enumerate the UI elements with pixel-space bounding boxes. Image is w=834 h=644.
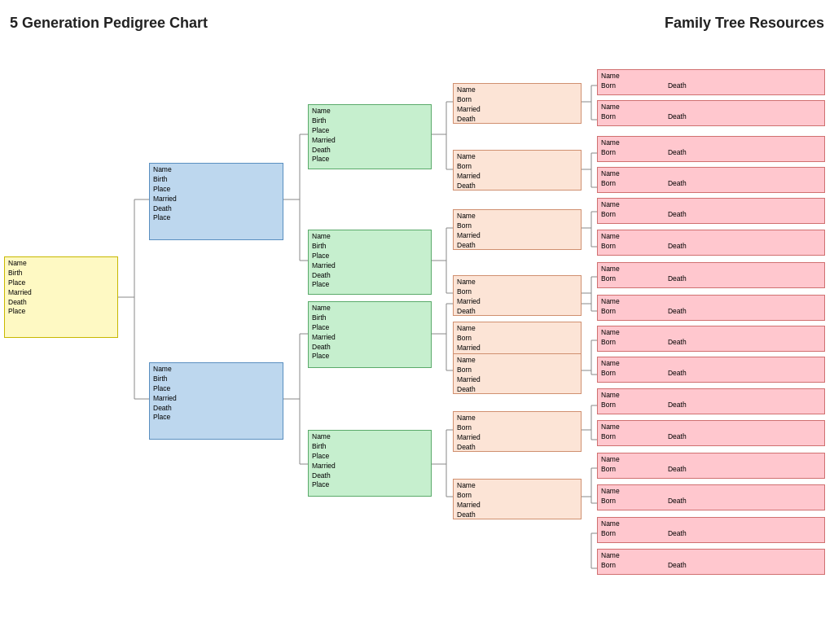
gen5-3-box: Name BornDeath — [597, 167, 825, 193]
gen5-4-box: Name BornDeath — [597, 198, 825, 224]
gen1-box: Name Birth Place Married Death Place — [4, 256, 118, 338]
gen5-11-box: Name BornDeath — [597, 420, 825, 446]
gen5-10-box: Name BornDeath — [597, 388, 825, 414]
gen5-2-box: Name BornDeath — [597, 136, 825, 162]
gen3-0-box: Name Birth Place Married Death Place — [308, 104, 432, 169]
gen4-3-box: Name Born Married Death — [453, 275, 582, 316]
gen5-12-box: Name BornDeath — [597, 453, 825, 479]
gen5-0-box: Name BornDeath — [597, 69, 825, 95]
gen4-2-box: Name Born Married Death — [453, 209, 582, 250]
gen3-3-box: Name Birth Place Married Death Place — [308, 430, 432, 497]
page-title: 5 Generation Pedigree Chart — [10, 15, 208, 32]
gen3-2-box: Name Birth Place Married Death Place — [308, 301, 432, 368]
gen2-bot-box: Name Birth Place Married Death Place — [149, 362, 283, 440]
gen5-6-box: Name BornDeath — [597, 262, 825, 288]
gen5-8-box: Name BornDeath — [597, 326, 825, 352]
gen5-7-box: Name BornDeath — [597, 295, 825, 321]
gen2-top-box: Name Birth Place Married Death Place — [149, 163, 283, 240]
gen4-5-box: Name Born Married Death — [453, 353, 582, 394]
gen4-0-box: Name Born Married Death — [453, 83, 582, 124]
gen3-1-box: Name Birth Place Married Death Place — [308, 230, 432, 295]
gen5-1-box: Name BornDeath — [597, 100, 825, 126]
gen4-6-box: Name Born Married Death — [453, 411, 582, 452]
gen5-14-box: Name BornDeath — [597, 517, 825, 543]
gen5-9-box: Name BornDeath — [597, 357, 825, 383]
gen4-7-box: Name Born Married Death — [453, 479, 582, 519]
gen5-15-box: Name BornDeath — [597, 549, 825, 575]
gen4-1-box: Name Born Married Death — [453, 150, 582, 191]
gen5-5-box: Name BornDeath — [597, 230, 825, 256]
gen5-13-box: Name BornDeath — [597, 484, 825, 510]
sidebar-title: Family Tree Resources — [665, 15, 824, 32]
